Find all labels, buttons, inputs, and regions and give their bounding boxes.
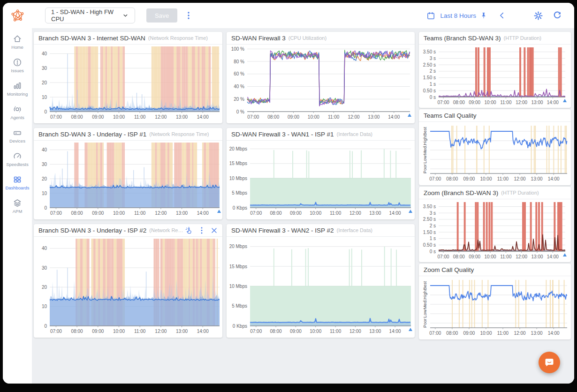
panel-header: SD-WAN Firewall 3 - WAN2 - ISP #2(Interf… <box>227 224 415 237</box>
svg-text:Low: Low <box>422 155 427 164</box>
sidebar-item-label: Speedtests <box>6 162 29 167</box>
home-icon <box>13 34 22 44</box>
svg-text:13:00: 13:00 <box>531 176 543 181</box>
svg-text:10:00: 10:00 <box>484 100 496 105</box>
svg-text:13:00: 13:00 <box>368 114 380 120</box>
panel-title: SD-WAN Firewall 3 <box>231 35 286 42</box>
svg-text:08:00: 08:00 <box>71 114 83 120</box>
svg-text:13:00: 13:00 <box>176 114 188 120</box>
svg-text:09:00: 09:00 <box>92 114 104 120</box>
pin-icon[interactable] <box>480 12 487 19</box>
svg-text:1 s: 1 s <box>430 82 436 87</box>
sidebar-item-label: Devices <box>9 138 25 143</box>
svg-text:12:00: 12:00 <box>516 100 527 105</box>
svg-text:0: 0 <box>44 324 47 329</box>
svg-text:1.50 s: 1.50 s <box>423 230 436 235</box>
svg-text:40 %: 40 % <box>234 84 244 89</box>
sidebar-item-home[interactable]: Home <box>3 34 32 50</box>
chart-canvas[interactable]: 0 s0.50 s1 s1.50 s2 s2.50 s3 s3.50 s07:0… <box>419 45 571 107</box>
svg-text:07:00: 07:00 <box>429 176 441 181</box>
grid-column-1: Branch SD-WAN 3 - Internet SD-WAN(Networ… <box>34 32 222 339</box>
svg-text:14:00: 14:00 <box>389 211 401 216</box>
save-button[interactable]: Save <box>146 8 177 23</box>
chart-canvas[interactable]: 01020304007:0008:0009:0010:0011:0012:001… <box>34 45 222 123</box>
panel-actions <box>185 226 218 234</box>
panel-subtitle: (HTTP Duration) <box>501 190 539 196</box>
svg-text:High: High <box>422 290 427 300</box>
devices-icon <box>13 128 22 137</box>
toolbar-kebab-icon[interactable] <box>185 11 192 20</box>
refresh-icon[interactable] <box>553 11 562 20</box>
dashboard-select-value: 1 - SD-WAN - High FW CPU <box>51 8 122 23</box>
monitoring-icon <box>13 81 22 90</box>
svg-text:10: 10 <box>42 191 47 196</box>
svg-text:11:00: 11:00 <box>330 211 342 216</box>
chart-panel: Zoom (Branch SD-WAN 3)(HTTP Duration)0 s… <box>419 187 571 262</box>
svg-text:14:00: 14:00 <box>197 329 209 334</box>
sidebar-item-devices[interactable]: Devices <box>3 128 32 143</box>
agents-icon <box>13 105 22 114</box>
svg-text:07:00: 07:00 <box>50 329 62 334</box>
chart-canvas[interactable]: 01020304007:0008:0009:0010:0011:0012:001… <box>34 141 222 219</box>
svg-text:Low: Low <box>422 309 427 318</box>
sidebar-item-agents[interactable]: Agents <box>3 105 32 120</box>
svg-text:14:00: 14:00 <box>388 114 400 120</box>
svg-text:10:00: 10:00 <box>484 254 496 259</box>
svg-text:10:00: 10:00 <box>308 114 319 120</box>
chart-canvas[interactable]: 0 s0.50 s1 s1.50 s2 s2.50 s3 s3.50 s07:0… <box>419 199 571 262</box>
svg-text:11:00: 11:00 <box>500 100 512 105</box>
panel-subtitle: (Network Response Time) <box>148 35 208 41</box>
svg-text:12:00: 12:00 <box>349 329 361 334</box>
chat-bubble-icon <box>544 357 555 368</box>
chart-canvas[interactable]: 01020304007:0008:0009:0010:0011:0012:001… <box>34 237 222 337</box>
panel-menu-icon[interactable] <box>198 226 205 234</box>
panel-close-icon[interactable] <box>211 227 218 234</box>
svg-text:09:00: 09:00 <box>92 329 104 334</box>
chart-canvas[interactable]: 0 %20 %40 %60 %80 %100 %07:0008:0009:001… <box>227 45 415 123</box>
svg-text:09:00: 09:00 <box>463 176 475 181</box>
svg-text:Poor: Poor <box>422 318 427 328</box>
chart-canvas[interactable]: PoorLowMed.HighBest07:0008:0009:0010:001… <box>419 122 571 185</box>
svg-text:14:00: 14:00 <box>547 254 559 259</box>
svg-text:07:00: 07:00 <box>50 211 62 216</box>
panel-title: SD-WAN Firewall 3 - WAN2 - ISP #2 <box>231 227 334 234</box>
dashboard-select[interactable]: 1 - SD-WAN - High FW CPU <box>45 8 135 23</box>
panel-title: Zoom Call Quality <box>424 266 474 273</box>
svg-text:3 s: 3 s <box>430 56 436 61</box>
sidebar-item-monitoring[interactable]: Monitoring <box>3 81 32 97</box>
chart-panel: Teams Call QualityPoorLowMed.HighBest07:… <box>419 109 571 185</box>
svg-text:11:00: 11:00 <box>134 329 146 334</box>
sidebar-item-speedtests[interactable]: Speedtests <box>3 151 32 167</box>
svg-text:0: 0 <box>44 109 47 114</box>
panel-title: Teams (Branch SD-WAN 3) <box>424 35 501 42</box>
support-chat-button[interactable] <box>539 352 560 373</box>
svg-text:15 Mbps: 15 Mbps <box>229 161 247 166</box>
svg-text:09:00: 09:00 <box>290 211 302 216</box>
sidebar-item-label: APM <box>13 209 23 214</box>
time-range-label[interactable]: Last 8 Hours <box>440 12 476 19</box>
svg-text:11:00: 11:00 <box>330 329 342 334</box>
calendar-icon[interactable] <box>426 11 435 20</box>
chart-canvas[interactable]: 0 Kbps5 Mbps10 Mbps15 Mbps20 Mbps07:0008… <box>227 237 415 337</box>
svg-text:30: 30 <box>42 162 47 167</box>
svg-text:10:00: 10:00 <box>113 329 125 334</box>
svg-text:10:00: 10:00 <box>113 211 125 216</box>
svg-text:40: 40 <box>42 51 47 56</box>
sidebar-item-dashboards[interactable]: Dashboards <box>3 175 32 190</box>
svg-text:14:00: 14:00 <box>197 211 209 216</box>
panel-header: Branch SD-WAN 3 - Underlay - ISP #2(Netw… <box>34 224 222 237</box>
panel-title: SD-WAN Firewall 3 - WAN1 - ISP #1 <box>231 131 334 138</box>
svg-text:07:00: 07:00 <box>250 211 262 216</box>
collapse-chevron-icon[interactable] <box>498 11 506 20</box>
sidebar-item-issues[interactable]: Issues <box>3 58 32 73</box>
sidebar-item-label: Home <box>11 45 23 50</box>
settings-gear-icon[interactable] <box>533 11 543 21</box>
svg-text:08:00: 08:00 <box>453 100 465 105</box>
interact-mode-icon[interactable] <box>185 226 193 234</box>
sidebar-item-apm[interactable]: APM <box>3 198 32 214</box>
chart-canvas[interactable]: 0 Kbps5 Mbps10 Mbps15 Mbps20 Mbps07:0008… <box>227 141 415 219</box>
svg-text:13:00: 13:00 <box>369 211 381 216</box>
svg-text:12:00: 12:00 <box>516 254 527 259</box>
panel-header: SD-WAN Firewall 3 - WAN1 - ISP #1(Interf… <box>227 128 415 141</box>
chart-canvas[interactable]: PoorLowMed.HighBest07:0008:0009:0010:001… <box>419 276 571 339</box>
